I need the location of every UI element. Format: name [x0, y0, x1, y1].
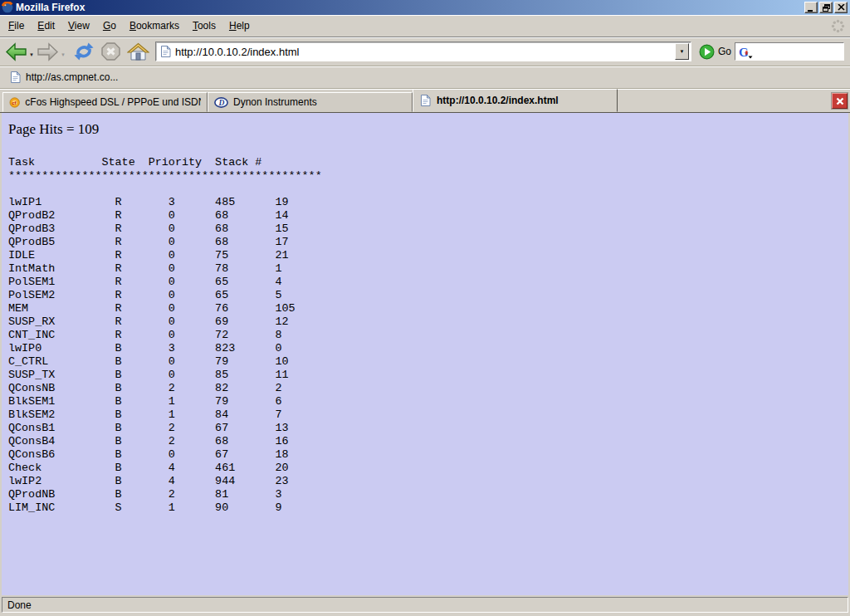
navigation-toolbar: ▼ ▼ — [0, 37, 850, 66]
document-icon — [419, 94, 432, 107]
back-button[interactable] — [4, 42, 28, 62]
forward-button[interactable] — [36, 42, 60, 62]
search-box[interactable]: G — [735, 42, 844, 61]
url-input[interactable] — [175, 46, 672, 58]
page-content: Page Hits = 109 Task State Priority Stac… — [0, 113, 850, 595]
tab-1[interactable]: cfcFos Highspeed DSL / PPPoE und ISDN CA… — [2, 92, 208, 112]
status-text: Done — [7, 599, 32, 611]
tab-2[interactable]: DDynon Instruments — [208, 92, 413, 112]
minimize-button[interactable] — [804, 2, 818, 13]
menu-tools[interactable]: Tools — [186, 17, 222, 35]
task-table: Task State Priority Stack # ************… — [8, 156, 842, 515]
home-button[interactable] — [126, 42, 150, 62]
cfos-icon: cf — [9, 96, 20, 109]
throbber-icon — [831, 19, 845, 37]
tabs: cfcFos Highspeed DSL / PPPoE und ISDN CA… — [2, 89, 618, 112]
back-dropdown-icon[interactable]: ▼ — [29, 52, 34, 57]
svg-text:D: D — [218, 99, 225, 107]
bookmark-item-0[interactable]: http://as.cmpnet.co... — [5, 69, 122, 86]
document-icon — [9, 71, 22, 84]
page-hits-text: Page Hits = 109 — [8, 121, 842, 138]
menu-file[interactable]: File — [2, 17, 31, 35]
status-bar: Done — [0, 595, 850, 616]
document-icon — [159, 45, 172, 58]
tab-bar: cfcFos Highspeed DSL / PPPoE und ISDN CA… — [0, 89, 850, 113]
menu-view[interactable]: View — [61, 17, 96, 35]
bookmark-items: http://as.cmpnet.co... — [5, 69, 122, 86]
menu-edit[interactable]: Edit — [31, 17, 61, 35]
tab-label: http://10.0.10.2/index.html — [437, 95, 559, 106]
menu-help[interactable]: Help — [222, 17, 256, 35]
menu-bookmarks[interactable]: Bookmarks — [123, 17, 186, 35]
window-controls — [804, 2, 848, 13]
url-bar[interactable]: ▼ — [155, 42, 691, 61]
stop-button[interactable] — [100, 41, 122, 62]
url-dropdown-button[interactable]: ▼ — [675, 43, 689, 60]
search-input[interactable] — [755, 45, 841, 58]
tab-label: Dynon Instruments — [233, 96, 317, 108]
bookmarks-toolbar: http://as.cmpnet.co... — [0, 66, 850, 89]
bookmark-label: http://as.cmpnet.co... — [26, 71, 118, 83]
google-search-icon[interactable]: G — [738, 45, 754, 59]
svg-text:cf: cf — [12, 100, 16, 105]
close-button[interactable] — [834, 2, 848, 13]
browser-window: Mozilla Firefox FileEditViewGoBookmarksT… — [0, 0, 850, 616]
reload-button[interactable] — [72, 41, 95, 62]
restore-button[interactable] — [819, 2, 833, 13]
menubar: FileEditViewGoBookmarksToolsHelp — [0, 15, 850, 37]
window-title: Mozilla Firefox — [16, 2, 85, 13]
tab-label: cFos Highspeed DSL / PPPoE und ISDN CAP.… — [25, 96, 201, 108]
tab-3-active[interactable]: http://10.0.10.2/index.html — [413, 89, 618, 112]
menu-items: FileEditViewGoBookmarksToolsHelp — [2, 17, 256, 35]
go-button[interactable]: Go — [696, 42, 735, 61]
go-label: Go — [718, 46, 731, 57]
titlebar: Mozilla Firefox — [0, 0, 850, 15]
dynon-icon: D — [214, 96, 228, 109]
go-icon — [699, 44, 715, 60]
firefox-logo-icon — [2, 2, 13, 13]
close-tab-button[interactable] — [832, 93, 848, 109]
status-panel: Done — [2, 597, 848, 613]
page-document-icon — [159, 45, 172, 58]
menu-go[interactable]: Go — [96, 17, 123, 35]
forward-dropdown-icon[interactable]: ▼ — [61, 52, 66, 57]
